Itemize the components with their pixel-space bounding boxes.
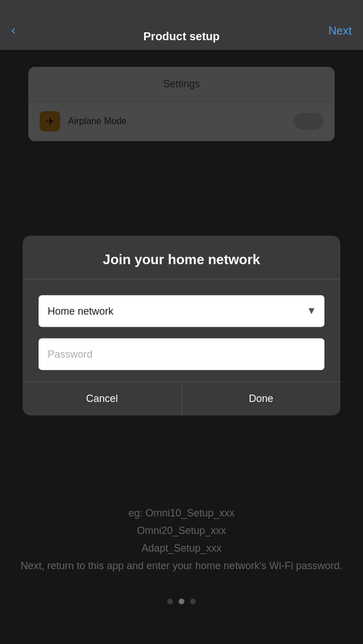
cancel-button[interactable]: Cancel: [23, 382, 182, 416]
back-button[interactable]: ‹: [11, 23, 15, 38]
password-input[interactable]: [39, 338, 324, 370]
network-select-wrapper: Home network ▼: [39, 295, 324, 327]
join-network-dialog: Join your home network Home network ▼ Ca…: [23, 236, 340, 416]
dialog-title: Join your home network: [39, 252, 324, 268]
dialog-header: Join your home network: [23, 236, 340, 279]
network-select[interactable]: Home network: [39, 295, 324, 327]
page-title: Product setup: [143, 30, 220, 43]
next-button[interactable]: Next: [328, 24, 352, 37]
navigation-bar: ‹ Product setup Next: [0, 0, 363, 50]
done-button[interactable]: Done: [182, 382, 341, 416]
dialog-body: Home network ▼: [23, 279, 340, 382]
dialog-footer: Cancel Done: [23, 382, 340, 416]
